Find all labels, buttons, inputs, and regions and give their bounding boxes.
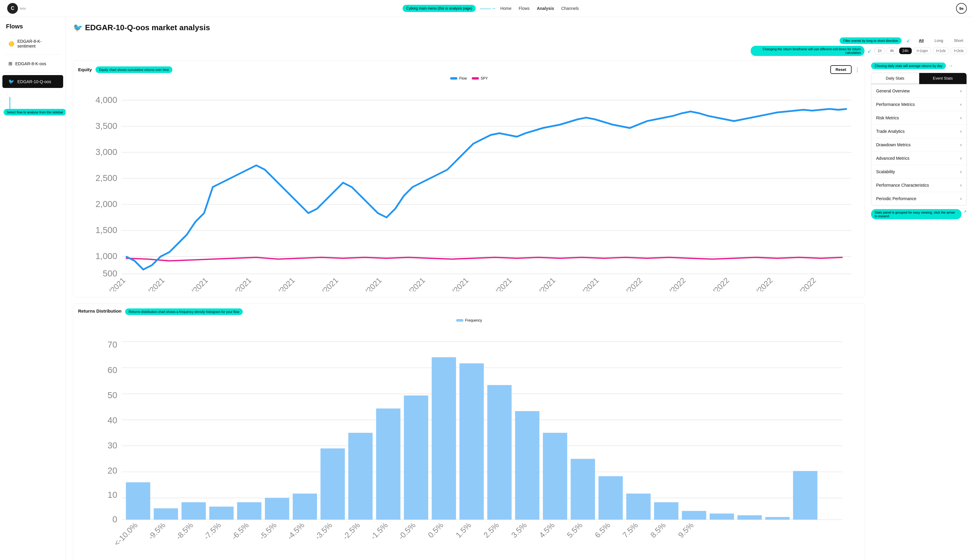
nav-arrow-icon: ——→ — [480, 5, 496, 12]
svg-rect-54 — [265, 498, 289, 520]
sidebar-item-edgar-8k-oos[interactable]: ⊞ EDGAR-8-K-oos — [2, 57, 63, 70]
svg-text:22/04/2021: 22/04/2021 — [176, 276, 210, 292]
equity-chart-legend: Flow SPY — [78, 76, 860, 80]
timeframe-24h-button[interactable]: 24h — [899, 48, 912, 54]
nav-home[interactable]: Home — [500, 6, 511, 11]
svg-rect-63 — [515, 411, 540, 520]
stats-row-risk-metrics[interactable]: Risk Metrics ‹ — [871, 111, 967, 125]
stats-row-trade-analytics[interactable]: Trade Analytics ‹ — [871, 125, 967, 138]
filter-long-button[interactable]: Long — [931, 37, 947, 44]
svg-text:-8.5%: -8.5% — [174, 520, 195, 541]
svg-text:1,500: 1,500 — [95, 225, 117, 235]
svg-rect-64 — [543, 433, 567, 519]
svg-text:0: 0 — [112, 514, 117, 524]
svg-rect-59 — [404, 395, 428, 520]
stats-row-periodic-performance[interactable]: Periodic Performance ‹ — [871, 192, 967, 205]
svg-text:31/12/2021: 31/12/2021 — [566, 276, 601, 292]
nav-analysis[interactable]: Analysis — [537, 6, 554, 11]
svg-text:11/05/2022: 11/05/2022 — [653, 276, 688, 292]
svg-text:23/09/2022: 23/09/2022 — [697, 276, 731, 292]
svg-text:3,000: 3,000 — [95, 147, 117, 157]
stats-row-drawdown-metrics[interactable]: Drawdown Metrics ‹ — [871, 138, 967, 152]
reset-button[interactable]: Reset — [830, 65, 852, 74]
svg-text:8.5%: 8.5% — [649, 520, 668, 539]
svg-text:6.5%: 6.5% — [593, 520, 612, 539]
sidebar-item-edgar-10q-oos[interactable]: 🐦 EDGAR-10-Q-oos — [2, 75, 63, 88]
svg-text:2,500: 2,500 — [95, 173, 117, 183]
flow-legend-color — [450, 77, 457, 80]
main-layout: Flows 🟡 EDGAR-8-K-sentiment ⊞ EDGAR-8-K-… — [0, 17, 974, 560]
collapse-icon-6: ‹ — [960, 155, 962, 161]
filter-all-button[interactable]: All — [915, 37, 927, 44]
svg-rect-51 — [181, 502, 205, 519]
svg-text:7.5%: 7.5% — [621, 520, 640, 539]
stats-row-label-5: Drawdown Metrics — [876, 142, 911, 147]
page-title-emoji: 🐦 — [73, 23, 83, 32]
collapse-icon-9: ‹ — [960, 196, 962, 201]
stats-row-label-3: Risk Metrics — [876, 115, 899, 120]
stats-row-advanced-metrics[interactable]: Advanced Metrics ‹ — [871, 152, 967, 165]
svg-text:27/10/2022: 27/10/2022 — [784, 276, 818, 292]
header: C beta Cyborg main menu (this is analysi… — [0, 0, 974, 17]
equity-chart-controls: Reset ⋮ — [830, 65, 860, 74]
svg-rect-65 — [571, 458, 595, 519]
svg-text:4,000: 4,000 — [95, 95, 117, 105]
flow-legend-label: Flow — [459, 76, 467, 80]
sidebar-divider-2 — [5, 72, 61, 73]
stats-row-label-7: Scalability — [876, 169, 895, 174]
svg-rect-66 — [598, 476, 623, 519]
distribution-chart-title: Returns Distribution — [78, 308, 122, 313]
collapse-icon-8: ‹ — [960, 182, 962, 188]
stats-row-label: General Overview — [876, 88, 910, 93]
stats-row-performance-characteristics[interactable]: Performance Characteristics ‹ — [871, 178, 967, 192]
svg-text:10/02/2022: 10/02/2022 — [610, 276, 644, 292]
svg-text:10/08/2021: 10/08/2021 — [393, 276, 427, 292]
event-stats-tab[interactable]: Event Stats — [919, 73, 967, 84]
svg-rect-67 — [626, 493, 650, 519]
spy-legend-label: SPY — [481, 76, 488, 80]
logo-icon[interactable]: C — [7, 3, 18, 14]
spy-legend-color — [472, 77, 479, 80]
stats-row-label-4: Trade Analytics — [876, 129, 905, 134]
timeframe-1h-button[interactable]: 1h — [874, 48, 885, 54]
timeframe-t1cls-button[interactable]: t+1cls — [933, 48, 949, 54]
svg-rect-69 — [682, 511, 706, 519]
edgar-8k-oos-icon: ⊞ — [8, 61, 12, 67]
svg-rect-62 — [487, 385, 511, 520]
filter-short-button[interactable]: Short — [951, 37, 967, 44]
user-avatar[interactable]: 9e — [956, 3, 967, 14]
svg-text:1,000: 1,000 — [95, 251, 117, 261]
svg-text:50: 50 — [107, 390, 117, 400]
edgar-10q-oos-icon: 🐦 — [8, 79, 14, 84]
nav-flows[interactable]: Flows — [519, 6, 530, 11]
timeframe-4h-button[interactable]: 4h — [887, 48, 897, 54]
frequency-legend-color — [456, 319, 463, 322]
svg-text:3,500: 3,500 — [95, 121, 117, 131]
svg-rect-71 — [738, 515, 762, 520]
stats-panel-tooltip: Stats panel is grouped for easy viewing,… — [871, 209, 961, 219]
stats-row-scalability[interactable]: Scalability ‹ — [871, 165, 967, 178]
nav-channels[interactable]: Channels — [561, 6, 579, 11]
nav-tooltip: Cyborg main menu (this is analysis page) — [403, 5, 476, 12]
stats-row-label-2: Performance Metrics — [876, 102, 915, 107]
timeframe-t1opn-button[interactable]: t+1opn — [914, 48, 931, 54]
equity-chart-svg: 4,000 3,500 3,000 2,500 2,000 1,500 1,00… — [78, 83, 860, 292]
daily-stats-tooltip: Chosing daily stats will average returns… — [871, 63, 946, 69]
distribution-chart-svg: 0 10 20 30 40 50 60 70 — [78, 324, 860, 560]
beta-label: beta — [20, 7, 25, 10]
svg-text:04/02/2021: 04/02/2021 — [132, 276, 166, 292]
svg-rect-56 — [321, 448, 345, 520]
collapse-icon-5: ‹ — [960, 142, 962, 147]
sidebar-item-edgar-8k-sentiment[interactable]: 🟡 EDGAR-8-K-sentiment — [2, 35, 63, 52]
more-options-icon[interactable]: ⋮ — [855, 67, 860, 73]
daily-stats-tab[interactable]: Daily Stats — [871, 73, 919, 84]
collapse-icon-4: ‹ — [960, 128, 962, 134]
timeframe-t2cls-button[interactable]: t+2cls — [951, 48, 967, 54]
stats-row-performance-metrics[interactable]: Performance Metrics ‹ — [871, 98, 967, 111]
svg-text:30/07/2021: 30/07/2021 — [349, 276, 383, 292]
stats-row-general-overview[interactable]: General Overview ‹ — [871, 84, 967, 98]
equity-chart-svg-wrap: 4,000 3,500 3,000 2,500 2,000 1,500 1,00… — [78, 83, 860, 292]
logo: C beta — [7, 3, 25, 14]
page-title: 🐦 EDGAR-10-Q-oos market analysis — [73, 23, 967, 32]
distribution-chart-box: Returns Distribution Returns distributio… — [73, 303, 865, 560]
